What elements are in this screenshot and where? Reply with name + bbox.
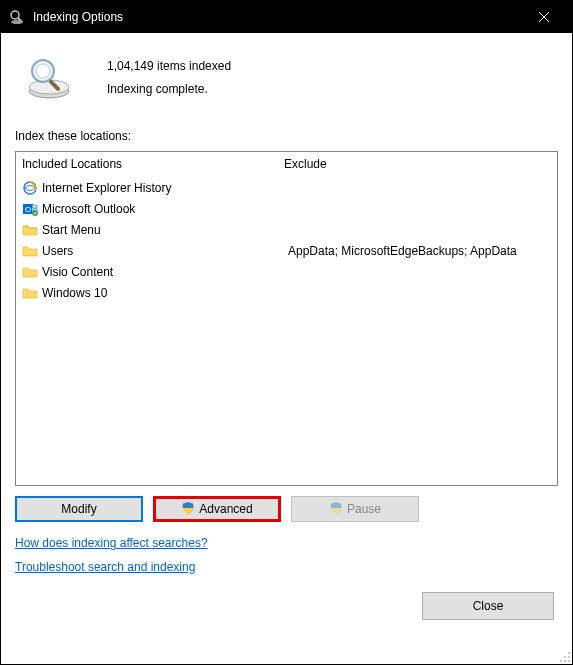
list-item[interactable]: Visio Content: [20, 261, 274, 282]
advanced-button-label: Advanced: [199, 502, 252, 516]
shield-icon: [329, 501, 343, 518]
list-item-label: Start Menu: [42, 223, 101, 237]
list-item[interactable]: Internet Explorer History: [20, 177, 274, 198]
pause-button-label: Pause: [347, 502, 381, 516]
resize-grip[interactable]: [557, 649, 571, 663]
indexing-state: Indexing complete.: [107, 78, 231, 101]
shield-icon: [181, 501, 195, 518]
titlebar: Indexing Options: [1, 1, 572, 33]
section-label: Index these locations:: [15, 129, 558, 143]
column-header-exclude[interactable]: Exclude: [278, 152, 557, 177]
list-item-label: Windows 10: [42, 286, 107, 300]
exclude-value: [282, 282, 553, 303]
exclude-value: [282, 177, 553, 198]
svg-point-20: [568, 660, 570, 662]
svg-point-10: [24, 182, 36, 194]
list-item-label: Microsoft Outlook: [42, 202, 135, 216]
svg-text:O: O: [25, 205, 31, 214]
svg-point-16: [564, 656, 566, 658]
svg-point-18: [560, 660, 562, 662]
svg-point-17: [568, 656, 570, 658]
included-list: Internet Explorer History O Microsoft Ou…: [16, 177, 278, 303]
svg-point-19: [564, 660, 566, 662]
items-indexed-count: 1,04,149 items indexed: [107, 55, 231, 78]
column-header-included[interactable]: Included Locations: [16, 152, 278, 177]
svg-point-15: [568, 652, 570, 654]
folder-icon: [22, 222, 38, 238]
exclude-value: [282, 261, 553, 282]
folder-icon: [22, 243, 38, 259]
exclude-value: [282, 198, 553, 219]
close-window-button[interactable]: [524, 1, 564, 33]
advanced-button[interactable]: Advanced: [153, 496, 281, 522]
list-item[interactable]: Users: [20, 240, 274, 261]
svg-point-6: [29, 80, 69, 94]
list-item[interactable]: Windows 10: [20, 282, 274, 303]
list-item-label: Internet Explorer History: [42, 181, 171, 195]
svg-point-2: [11, 20, 23, 24]
list-item[interactable]: O Microsoft Outlook: [20, 198, 274, 219]
close-button-label: Close: [473, 599, 504, 613]
locations-listbox: Included Locations Internet Explorer His…: [15, 151, 558, 486]
status-area: 1,04,149 items indexed Indexing complete…: [15, 53, 558, 101]
close-button[interactable]: Close: [422, 592, 554, 620]
pause-button: Pause: [291, 496, 419, 522]
link-how-indexing-affects-searches[interactable]: How does indexing affect searches?: [15, 536, 208, 550]
indexing-status-icon: [25, 53, 73, 101]
outlook-icon: O: [22, 201, 38, 217]
list-item[interactable]: Start Menu: [20, 219, 274, 240]
indexing-app-icon: [9, 9, 25, 25]
folder-icon: [22, 285, 38, 301]
svg-point-0: [11, 11, 19, 19]
svg-point-8: [36, 64, 50, 78]
list-item-label: Users: [42, 244, 73, 258]
svg-point-14: [32, 210, 38, 216]
modify-button-label: Modify: [61, 502, 96, 516]
window-title: Indexing Options: [33, 10, 524, 24]
action-buttons: Modify Advanced Pause: [15, 496, 558, 522]
modify-button[interactable]: Modify: [15, 496, 143, 522]
exclude-value: [282, 219, 553, 240]
exclude-list: AppData; MicrosoftEdgeBackups; AppData: [278, 177, 557, 303]
exclude-value: AppData; MicrosoftEdgeBackups; AppData: [282, 240, 553, 261]
help-links: How does indexing affect searches? Troub…: [15, 536, 558, 584]
folder-icon: [22, 264, 38, 280]
ie-icon: [22, 180, 38, 196]
link-troubleshoot-search-indexing[interactable]: Troubleshoot search and indexing: [15, 560, 195, 574]
list-item-label: Visio Content: [42, 265, 113, 279]
